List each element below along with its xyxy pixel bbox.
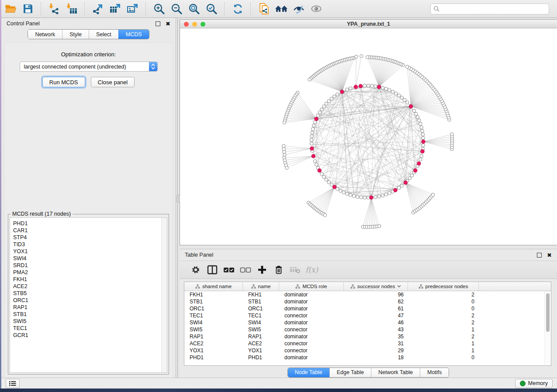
application-window: Control Panel ✖ NetworkStyleSelectMCDS O… xyxy=(1,0,557,389)
tab-network-table[interactable]: Network Table xyxy=(371,368,420,377)
column-header-name[interactable]: name xyxy=(243,282,279,291)
table-row[interactable]: PHD1PHD1dominator180 xyxy=(184,354,551,361)
search-input[interactable] xyxy=(430,3,549,14)
open-file-button[interactable] xyxy=(4,2,17,15)
table-row[interactable]: SWI4SWI4dominator462 xyxy=(184,319,551,326)
tab-mcds[interactable]: MCDS xyxy=(118,30,149,39)
table-row[interactable]: RAP1RAP1dominator352 xyxy=(184,333,551,340)
minimize-window-icon[interactable] xyxy=(192,22,197,27)
float-panel-icon[interactable] xyxy=(537,253,542,258)
cell-name: TEC1 xyxy=(243,313,279,319)
close-panel-icon[interactable]: ✖ xyxy=(166,21,170,27)
run-mcds-button[interactable]: Run MCDS xyxy=(42,77,85,87)
task-history-button[interactable] xyxy=(6,379,20,388)
table-row[interactable]: ORC1ORC1dominator610 xyxy=(184,305,551,312)
network-canvas[interactable] xyxy=(180,28,557,245)
mcds-result-item[interactable]: TEC1 xyxy=(10,325,167,332)
table-row[interactable]: STB1STB1dominator620 xyxy=(184,298,551,305)
memory-button[interactable]: Memory xyxy=(515,379,553,388)
zoom-in-button[interactable] xyxy=(152,2,166,15)
float-panel-icon[interactable] xyxy=(156,21,160,26)
hide-selected-button[interactable] xyxy=(292,2,305,15)
table-scrollbar-thumb[interactable] xyxy=(546,293,550,332)
add-column-button[interactable] xyxy=(254,263,270,276)
table-row[interactable]: ACE2ACE2connector311 xyxy=(184,340,551,347)
close-panel-icon[interactable]: ✖ xyxy=(547,252,552,258)
mcds-result-item[interactable]: SWI4 xyxy=(10,255,167,262)
main-toolbar xyxy=(1,0,557,18)
close-panel-button[interactable]: Close panel xyxy=(91,77,135,87)
hide-selected-icon xyxy=(293,3,305,14)
cell-successor-nodes: 62 xyxy=(344,299,408,305)
tab-motifs[interactable]: Motifs xyxy=(420,368,449,377)
refresh-view-button[interactable] xyxy=(231,2,244,15)
mcds-tab-content: Optimization criterion: largest connecte… xyxy=(4,42,173,378)
export-network-button[interactable] xyxy=(91,2,104,15)
import-table-icon xyxy=(66,3,77,14)
mcds-result-item[interactable]: SRD1 xyxy=(10,262,167,269)
zoom-selected-button[interactable] xyxy=(205,2,218,15)
import-table-button[interactable] xyxy=(65,2,78,15)
tab-style[interactable]: Style xyxy=(62,30,89,39)
tab-node-table[interactable]: Node Table xyxy=(288,368,329,377)
table-row[interactable]: SWI5SWI5connector431 xyxy=(184,326,551,333)
mcds-result-item[interactable]: YOX1 xyxy=(10,248,167,255)
node-table[interactable]: shared namenameMCDS rolesuccessor nodesp… xyxy=(184,282,551,366)
table-row[interactable]: TEC1TEC1connector472 xyxy=(184,312,551,319)
mcds-result-item[interactable]: ACE2 xyxy=(10,283,167,290)
zoom-fit-button[interactable] xyxy=(187,2,201,15)
column-type-icon xyxy=(419,284,423,289)
show-columns-button[interactable] xyxy=(204,263,221,276)
mcds-result-item[interactable]: STP4 xyxy=(10,234,167,241)
table-scrollbar[interactable] xyxy=(544,291,550,365)
export-table-button[interactable] xyxy=(109,2,122,15)
mcds-list-scrollbar[interactable] xyxy=(161,218,167,372)
mcds-result-item[interactable]: GCR1 xyxy=(10,332,167,339)
mcds-result-item[interactable]: PMA2 xyxy=(10,269,167,276)
horizontal-splitter[interactable] xyxy=(180,245,557,249)
tab-select[interactable]: Select xyxy=(89,30,118,39)
table-options-button[interactable] xyxy=(187,263,204,276)
select-all-button[interactable] xyxy=(221,263,237,276)
mcds-result-list[interactable]: PHD1CAR1STP4TID3YOX1SWI4SRD1PMA2FKH1ACE2… xyxy=(10,217,167,373)
network-graph xyxy=(180,28,557,245)
zoom-out-button[interactable] xyxy=(170,2,183,15)
vertical-splitter[interactable] xyxy=(176,18,180,378)
tab-network[interactable]: Network xyxy=(28,30,62,39)
first-neighbors-icon xyxy=(275,3,288,14)
table-row[interactable]: FKH1FKH1dominator962 xyxy=(184,291,551,298)
column-header-mcds-role[interactable]: MCDS role xyxy=(279,282,344,291)
mcds-result-item[interactable]: RAP1 xyxy=(10,304,167,311)
column-header-shared-name[interactable]: shared name xyxy=(184,282,243,291)
mcds-result-item[interactable]: STB5 xyxy=(10,290,167,297)
mcds-result-item[interactable]: ORC1 xyxy=(10,297,167,304)
splitter-handle[interactable] xyxy=(176,195,180,203)
mcds-result-item[interactable]: FKH1 xyxy=(10,276,167,283)
export-image-button[interactable] xyxy=(126,2,139,15)
delete-column-button[interactable] xyxy=(270,263,287,276)
mcds-result-item[interactable]: TID3 xyxy=(10,241,167,248)
column-type-icon xyxy=(295,284,300,289)
network-window-titlebar[interactable]: YPA_prune.txt_1 xyxy=(180,20,557,28)
table-row[interactable]: YOX1YOX1connector291 xyxy=(184,347,551,354)
deselect-all-button[interactable] xyxy=(237,263,254,276)
save-session-button[interactable] xyxy=(21,2,35,15)
mcds-result-item[interactable]: STB1 xyxy=(10,311,167,318)
column-header-successor-nodes[interactable]: successor nodes xyxy=(344,282,408,291)
import-network-button[interactable] xyxy=(48,2,61,15)
cell-predecessor-nodes: 2 xyxy=(408,334,479,340)
close-window-icon[interactable] xyxy=(184,22,189,27)
desktop-wallpaper-left xyxy=(0,0,1,389)
maximize-window-icon[interactable] xyxy=(201,22,205,27)
clone-network-button[interactable] xyxy=(257,2,270,15)
show-all-icon xyxy=(310,3,322,14)
mcds-result-item[interactable]: CAR1 xyxy=(10,227,167,234)
first-neighbors-button[interactable] xyxy=(275,2,288,15)
mcds-result-item[interactable]: PHD1 xyxy=(10,220,167,227)
tab-edge-table[interactable]: Edge Table xyxy=(329,368,371,377)
criterion-select[interactable]: largest connected component (undirected) xyxy=(20,62,158,72)
column-header-predecessor-nodes[interactable]: predecessor nodes xyxy=(408,282,479,291)
mcds-result-item[interactable]: SWI5 xyxy=(10,318,167,325)
cell-predecessor-nodes: 0 xyxy=(408,354,479,361)
show-all-button[interactable] xyxy=(310,2,323,15)
